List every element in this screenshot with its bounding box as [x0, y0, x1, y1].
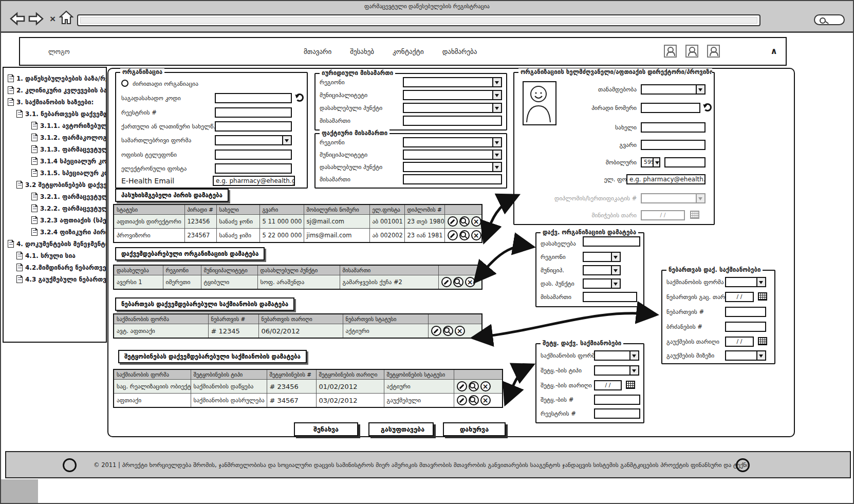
registry-number-input[interactable]	[594, 408, 640, 419]
nav-help[interactable]: დახმარება	[442, 48, 477, 55]
delete-icon[interactable]: ×	[480, 381, 491, 391]
region-select[interactable]	[583, 252, 621, 262]
position-select[interactable]	[641, 84, 706, 95]
office-phone-input[interactable]	[215, 150, 292, 160]
back-button[interactable]	[9, 12, 25, 27]
edit-icon[interactable]	[457, 395, 467, 405]
activity-form-select[interactable]	[594, 350, 639, 361]
delete-icon[interactable]: ×	[465, 277, 475, 287]
user-icon[interactable]	[685, 45, 698, 58]
tree-item-physical-person[interactable]: 3.2.4 ფიზიკური პირის მიერ	[4, 226, 106, 238]
calendar-icon[interactable]	[690, 211, 699, 219]
refresh-icon[interactable]	[703, 103, 712, 111]
view-icon[interactable]	[469, 381, 479, 391]
mobile-number-input[interactable]	[664, 157, 706, 167]
director-email-input[interactable]: e.g. pharmacy@ehealth.ge	[626, 174, 706, 184]
tree-item-activity-lines[interactable]: 3. საქმიანობის ხაზეები:	[4, 96, 106, 108]
tree-item-special-control-2[interactable]: 3.1.5. სპეციალურ კონტროლს	[4, 167, 106, 179]
calendar-icon[interactable]	[758, 337, 767, 345]
address-input[interactable]	[403, 174, 502, 184]
delete-icon[interactable]: ×	[455, 326, 465, 336]
collapse-caret-icon[interactable]: ∧	[770, 46, 777, 56]
main-organization-radio[interactable]	[121, 80, 128, 87]
activity-form-select[interactable]	[725, 277, 766, 287]
permit-number-input[interactable]	[725, 307, 766, 317]
registry-number-input[interactable]	[215, 107, 292, 118]
close-button[interactable]: დახურვა	[443, 422, 506, 436]
view-icon[interactable]	[459, 230, 470, 240]
clear-button[interactable]: გასუფთავება	[368, 422, 434, 436]
user-icon[interactable]	[707, 45, 720, 58]
address-input[interactable]	[403, 116, 502, 126]
edit-icon[interactable]	[457, 381, 467, 391]
add-permit-button[interactable]: ნებართვას დაქვემდებარებული საქმიანობის დ…	[115, 297, 294, 311]
edit-icon[interactable]	[431, 326, 441, 336]
calendar-icon[interactable]	[626, 381, 635, 389]
search-icon[interactable]	[814, 14, 845, 25]
tree-item-pharma-product-1[interactable]: 3.2.1. ფარმაცევტული პროდუქტის	[4, 191, 106, 202]
view-icon[interactable]	[443, 326, 453, 336]
view-icon[interactable]	[459, 216, 470, 227]
settlement-select[interactable]	[403, 103, 502, 113]
nav-home[interactable]: მთავარი	[304, 48, 331, 55]
delete-icon[interactable]: ×	[480, 395, 491, 405]
tree-item-institutions-base[interactable]: 1. დაწესებულებების ბაზა/რეესტრი	[4, 72, 106, 84]
delete-icon[interactable]: ×	[471, 230, 481, 240]
refresh-icon[interactable]	[295, 94, 304, 102]
region-select[interactable]	[403, 137, 502, 147]
home-button[interactable]	[59, 10, 73, 27]
edit-icon[interactable]	[441, 277, 452, 287]
notification-type-select[interactable]	[594, 365, 639, 376]
user-icon[interactable]	[664, 45, 677, 58]
notification-date-input[interactable]: / /	[594, 380, 622, 390]
tree-item-pharmacological[interactable]: 3.1.2. ფარმაკოლოგიური	[4, 132, 106, 143]
view-icon[interactable]	[453, 277, 463, 287]
tree-item-pharma-product-2[interactable]: 3.2.2. ფარმაცევტული პროდუქტის	[4, 202, 106, 214]
nav-about[interactable]: შესახებ	[350, 48, 374, 55]
tree-item-permit-subject[interactable]: 3.1. ნებართვებს დაქვემდებარებული	[4, 108, 106, 120]
add-notification-button[interactable]: შეტყობინებას დაქვემდებარებული საქმიანობი…	[118, 350, 307, 363]
edit-icon[interactable]	[448, 216, 458, 227]
forward-button[interactable]	[28, 12, 44, 27]
nav-contact[interactable]: კონტაქტი	[393, 48, 424, 55]
tree-item-pharma-production[interactable]: 3.1.3. ფარმაცევტული წარმოება	[4, 143, 106, 155]
legal-form-select[interactable]	[215, 135, 292, 145]
add-suborg-button[interactable]: დაქვემდებარებული ორგანიზაციის დამატება	[115, 247, 265, 260]
tree-item-current-permits[interactable]: 4.2.მიმდინარე ნებართვები	[4, 262, 106, 273]
issue-date-input[interactable]: / /	[725, 292, 754, 302]
calendar-icon[interactable]	[758, 292, 767, 301]
address-input[interactable]	[583, 292, 637, 302]
tree-item-authorized-pharmacy[interactable]: 3.1.1. ავტორიზებული აფთიაქი	[4, 120, 106, 132]
email-input[interactable]	[215, 163, 292, 174]
close-icon[interactable]: ×	[50, 13, 55, 25]
region-select[interactable]	[403, 77, 502, 87]
tree-item-full-list[interactable]: 4.1. სრული სია	[4, 250, 106, 262]
cancel-reason-select[interactable]	[725, 350, 766, 361]
tree-item-cancelled-permits[interactable]: 4.3 გაუქმებული ნებართვები	[4, 273, 106, 285]
first-name-input[interactable]	[641, 122, 706, 133]
award-date-input[interactable]: / /	[641, 210, 685, 220]
diploma-select[interactable]	[641, 193, 706, 203]
order-number-input[interactable]	[725, 322, 766, 332]
tree-item-special-control-1[interactable]: 3.1.4 სპეციალურ კონტროლს	[4, 155, 106, 167]
settlement-select[interactable]	[583, 278, 621, 289]
notification-number-input[interactable]	[594, 395, 640, 405]
edit-icon[interactable]	[448, 230, 458, 240]
tree-item-pharmacy-specialized[interactable]: 3.2.3 აფთიაქის (სპეციალიზებული)	[4, 214, 106, 226]
settlement-select[interactable]	[403, 162, 502, 172]
add-contact-button[interactable]: პასუხისმგებელი პირის დამატება	[115, 189, 229, 202]
personal-number-input[interactable]	[641, 103, 700, 113]
save-button[interactable]: შენახვა	[294, 422, 358, 436]
municipality-select[interactable]	[583, 265, 621, 275]
tree-item-document-management[interactable]: 4. დოკუმენტების მენეჯმენტი	[4, 238, 106, 250]
municipality-select[interactable]	[403, 150, 502, 160]
mobile-prefix-select[interactable]: 599	[641, 157, 660, 167]
view-icon[interactable]	[469, 395, 479, 405]
municipality-select[interactable]	[403, 90, 502, 100]
cancel-date-input[interactable]: / /	[725, 337, 754, 347]
tax-code-input[interactable]	[215, 93, 292, 103]
tree-item-clinical-research[interactable]: 2. კლინიკური კვლევების ბაზა	[4, 84, 106, 96]
url-bar[interactable]	[77, 14, 760, 26]
ehealth-email-input[interactable]: e.g. pharmacy@ehealth.ge	[213, 176, 295, 186]
delete-icon[interactable]: ×	[471, 216, 481, 227]
